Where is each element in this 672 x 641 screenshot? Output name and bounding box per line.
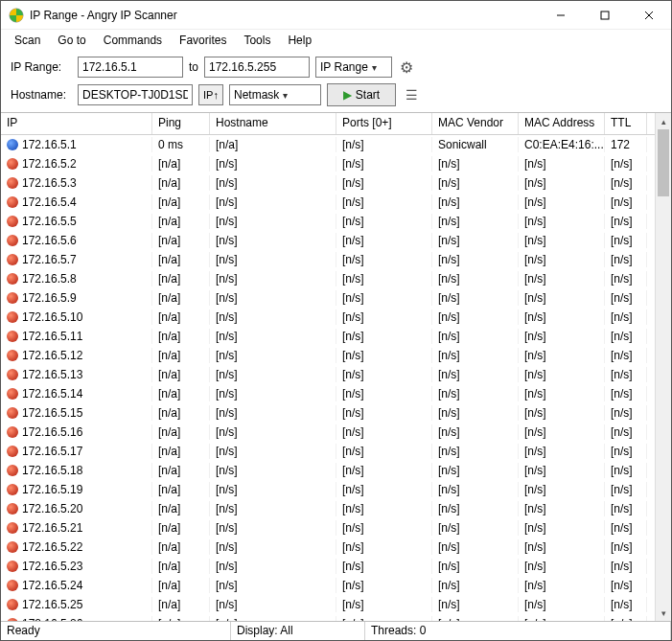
cell-ttl: [n/s] [605,501,647,516]
menu-help[interactable]: Help [280,32,319,49]
menu-commands[interactable]: Commands [96,32,170,49]
cell-ip: 172.16.5.26 [22,617,82,621]
cell-mac: C0:EA:E4:16:... [519,137,605,152]
menu-goto[interactable]: Go to [50,32,93,49]
cell-ports: [n/s] [336,386,432,401]
table-row[interactable]: 172.16.5.20[n/a][n/s][n/s][n/s][n/s][n/s… [1,499,655,518]
fetchers-icon[interactable]: ☰ [402,87,422,103]
table-row[interactable]: 172.16.5.16[n/a][n/s][n/s][n/s][n/s][n/s… [1,423,655,442]
cell-ip: 172.16.5.3 [22,176,77,190]
cell-mac: [n/s] [519,329,605,344]
menu-scan[interactable]: Scan [7,32,48,49]
cell-ip: 172.16.5.6 [22,234,77,247]
cell-ttl: [n/s] [605,367,647,382]
status-dot-icon [7,158,18,170]
ip-from-input[interactable] [78,57,183,78]
cell-ping: [n/a] [152,233,210,248]
table-row[interactable]: 172.16.5.8[n/a][n/s][n/s][n/s][n/s][n/s] [1,269,655,288]
table-row[interactable]: 172.16.5.11[n/a][n/s][n/s][n/s][n/s][n/s… [1,327,655,346]
cell-mac: [n/s] [519,271,605,286]
table-row[interactable]: 172.16.5.2[n/a][n/s][n/s][n/s][n/s][n/s] [1,154,655,173]
table-row[interactable]: 172.16.5.18[n/a][n/s][n/s][n/s][n/s][n/s… [1,461,655,480]
col-vendor[interactable]: MAC Vendor [432,113,519,134]
cell-mac: [n/s] [519,386,605,401]
cell-mac: [n/s] [519,214,605,229]
cell-ping: [n/a] [152,175,210,191]
cell-vendor: [n/s] [432,214,519,229]
col-ports[interactable]: Ports [0+] [336,113,432,134]
col-ping[interactable]: Ping [152,113,210,134]
cell-hostname: [n/s] [210,271,336,286]
cell-mac: [n/s] [519,520,605,536]
table-row[interactable]: 172.16.5.21[n/a][n/s][n/s][n/s][n/s][n/s… [1,518,655,538]
status-dot-icon [7,196,18,208]
col-ttl[interactable]: TTL [605,113,647,134]
cell-ping: [n/a] [152,482,210,497]
table-row[interactable]: 172.16.5.15[n/a][n/s][n/s][n/s][n/s][n/s… [1,403,655,423]
cell-hostname: [n/s] [210,348,336,363]
ip-up-button[interactable]: IP↑ [198,84,223,105]
cell-ports: [n/s] [336,271,432,286]
table-row[interactable]: 172.16.5.24[n/a][n/s][n/s][n/s][n/s][n/s… [1,576,655,595]
table-row[interactable]: 172.16.5.6[n/a][n/s][n/s][n/s][n/s][n/s] [1,231,655,250]
cell-vendor: [n/s] [432,271,519,286]
table-row[interactable]: 172.16.5.23[n/a][n/s][n/s][n/s][n/s][n/s… [1,557,655,576]
netmask-combo[interactable]: Netmask ▾ [229,84,321,105]
table-row[interactable]: 172.16.5.9[n/a][n/s][n/s][n/s][n/s][n/s] [1,288,655,308]
table-row[interactable]: 172.16.5.4[n/a][n/s][n/s][n/s][n/s][n/s] [1,193,655,212]
table-row[interactable]: 172.16.5.5[n/a][n/s][n/s][n/s][n/s][n/s] [1,212,655,231]
start-button[interactable]: ▶ Start [327,83,396,106]
ip-range-combo[interactable]: IP Range ▾ [315,57,392,78]
status-dot-icon [7,580,18,591]
cell-ttl: [n/s] [605,309,647,325]
scroll-track[interactable] [656,129,671,605]
minimize-button[interactable] [539,1,583,30]
hostname-input[interactable] [78,84,193,105]
table-row[interactable]: 172.16.5.10[n/a][n/s][n/s][n/s][n/s][n/s… [1,308,655,327]
cell-hostname: [n/s] [210,444,336,459]
col-hostname[interactable]: Hostname [210,113,336,134]
status-dot-icon [7,446,18,457]
gear-icon[interactable]: ⚙ [398,58,415,77]
table-row[interactable]: 172.16.5.10 ms[n/a][n/s]SonicwallC0:EA:E… [1,135,655,154]
cell-ip: 172.16.5.21 [22,521,82,535]
cell-hostname: [n/s] [210,290,336,306]
scroll-thumb[interactable] [658,129,669,196]
vertical-scrollbar[interactable]: ▴ ▾ [655,113,671,621]
table-row[interactable]: 172.16.5.3[n/a][n/s][n/s][n/s][n/s][n/s] [1,173,655,193]
menu-tools[interactable]: Tools [236,32,278,49]
menu-favorites[interactable]: Favorites [172,32,234,49]
cell-ping: [n/a] [152,405,210,421]
cell-vendor: [n/s] [432,329,519,344]
close-button[interactable] [627,1,671,30]
cell-ip: 172.16.5.18 [22,464,82,477]
status-dot-icon [7,503,18,515]
cell-hostname: [n/s] [210,616,336,621]
table-row[interactable]: 172.16.5.25[n/a][n/s][n/s][n/s][n/s][n/s… [1,595,655,614]
scroll-up-icon[interactable]: ▴ [656,113,671,129]
table-row[interactable]: 172.16.5.14[n/a][n/s][n/s][n/s][n/s][n/s… [1,384,655,403]
cell-ports: [n/s] [336,578,432,593]
table-row[interactable]: 172.16.5.26[n/a][n/s][n/s][n/s][n/s][n/s… [1,614,655,621]
cell-ping: [n/a] [152,214,210,229]
cell-vendor: [n/s] [432,463,519,478]
table-row[interactable]: 172.16.5.7[n/a][n/s][n/s][n/s][n/s][n/s] [1,250,655,269]
status-dot-icon [7,369,18,380]
cell-mac: [n/s] [519,233,605,248]
cell-hostname: [n/s] [210,597,336,612]
table-row[interactable]: 172.16.5.19[n/a][n/s][n/s][n/s][n/s][n/s… [1,480,655,499]
table-row[interactable]: 172.16.5.22[n/a][n/s][n/s][n/s][n/s][n/s… [1,538,655,557]
table-row[interactable]: 172.16.5.13[n/a][n/s][n/s][n/s][n/s][n/s… [1,365,655,384]
scroll-down-icon[interactable]: ▾ [656,605,671,621]
maximize-button[interactable] [583,1,627,30]
table-row[interactable]: 172.16.5.12[n/a][n/s][n/s][n/s][n/s][n/s… [1,346,655,365]
chevron-down-icon: ▾ [372,62,377,73]
table-row[interactable]: 172.16.5.17[n/a][n/s][n/s][n/s][n/s][n/s… [1,442,655,461]
cell-mac: [n/s] [519,424,605,440]
cell-vendor: [n/s] [432,597,519,612]
col-mac[interactable]: MAC Address [519,113,605,134]
cell-ports: [n/s] [336,329,432,344]
ip-to-input[interactable] [204,57,310,78]
cell-mac: [n/s] [519,175,605,191]
col-ip[interactable]: IP [1,113,152,134]
